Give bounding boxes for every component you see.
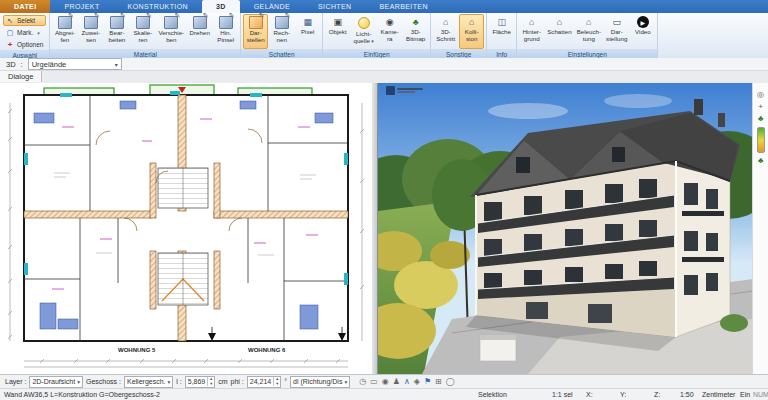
ribbon-group-schatten: Dar- stellen Rech- nen ▦ Pixel Schatten xyxy=(241,13,323,58)
length-stepper[interactable]: ▲▼ xyxy=(207,377,214,386)
3d-schnitt-button[interactable]: ⌂ 3D- Schnitt xyxy=(433,14,458,49)
beleuchtung-button[interactable]: ⌂ Beleuch- tung xyxy=(575,14,603,49)
cloud xyxy=(488,103,568,119)
tab-bearbeiten[interactable]: BEARBEITEN xyxy=(366,0,442,13)
material-edit-icon xyxy=(110,16,124,29)
cloud xyxy=(604,94,672,108)
mode-indicator: Selektion xyxy=(478,391,507,398)
tab-projekt[interactable]: PROJEKT xyxy=(50,0,113,13)
num-lock-indicator: NUM xyxy=(753,391,768,398)
watermark-logo xyxy=(386,86,423,95)
grid-icon[interactable]: ⊞ xyxy=(435,378,442,386)
camera-view-icon[interactable]: ◉ xyxy=(382,378,389,386)
status-bar: Wand AW36,5 L=Konstruktion G=Obergeschos… xyxy=(0,388,768,400)
objekt-button[interactable]: ▣ Objekt xyxy=(325,14,350,49)
screen-icon[interactable]: ▭ xyxy=(370,378,378,386)
drawing-scale: 1:50 xyxy=(680,391,694,398)
tab-datei[interactable]: DATEI xyxy=(0,0,50,13)
cad-application-window: DATEI PROJEKT KONSTRUKTION 3D GELÄNDE SI… xyxy=(0,0,768,400)
phi-stepper[interactable]: ▲▼ xyxy=(273,377,280,386)
tree-tool-icon[interactable]: ♣ xyxy=(755,115,767,123)
selekt-button[interactable]: ↖ Selekt xyxy=(3,15,46,26)
plant-icon[interactable]: ♣ xyxy=(755,157,767,165)
section-house-icon: ⌂ xyxy=(439,16,452,28)
hintergrund-button[interactable]: ⌂ Hinter- grund xyxy=(519,14,544,49)
clock-icon[interactable]: ◷ xyxy=(359,378,366,386)
view-mode-label: 3D xyxy=(6,60,16,69)
tab-gelaende[interactable]: GELÄNDE xyxy=(240,0,304,13)
view-selector-row: 3D : Urgelände xyxy=(0,58,768,71)
floor-plan-drawing: WOHNUNG 5 WOHNUNG 6 xyxy=(0,83,372,374)
rechnen-button[interactable]: Rech- nen xyxy=(269,14,294,49)
tab-konstruktion[interactable]: KONSTRUKTION xyxy=(114,0,202,13)
kollision-button[interactable]: ⌂ Kolli- sion xyxy=(459,14,484,49)
drehen-button[interactable]: Drehen xyxy=(187,14,212,49)
darstellen-button[interactable]: Dar- stellen xyxy=(243,14,268,49)
utility-box xyxy=(480,335,516,361)
length-input[interactable]: 5,869 ▲▼ xyxy=(185,376,216,388)
apartment-label-left: WOHNUNG 5 xyxy=(118,347,156,353)
ribbon-group-info: ◫ Fläche Info xyxy=(487,13,517,58)
shadow-display-icon xyxy=(249,16,263,29)
shrub xyxy=(720,314,748,332)
kamera-button[interactable]: ◉ Kame- ra xyxy=(377,14,402,49)
3d-viewport[interactable] xyxy=(377,83,753,374)
orbit-compass-icon[interactable]: ◎ xyxy=(755,91,767,99)
material-assign-icon xyxy=(84,16,98,29)
phi-label: phi : xyxy=(231,378,244,385)
pixel-icon: ▦ xyxy=(301,16,314,28)
hin-pinsel-button[interactable]: Hin. Pinsel xyxy=(213,14,238,49)
compass-icon[interactable]: ◈ xyxy=(414,378,420,386)
layer-select[interactable]: 2D-Draufsicht xyxy=(29,376,83,388)
lichtquelle-button[interactable]: Licht- quelle xyxy=(351,14,376,49)
background-house-icon: ⌂ xyxy=(525,16,538,28)
walk-mode-icon[interactable]: ♟ xyxy=(393,378,400,386)
floor-select[interactable]: Kellergesch. xyxy=(124,376,173,388)
phi-unit: ° xyxy=(284,378,287,385)
optionen-button[interactable]: + Optionen xyxy=(3,39,46,50)
ribbon-group-auswahl: ↖ Selekt ▢ Mark. + Optionen Auswahl xyxy=(0,13,50,58)
bearbeiten-button[interactable]: Bear- beiten xyxy=(104,14,129,49)
darstellung-button[interactable]: ▭ Dar- stellung xyxy=(604,14,629,49)
flag-icon[interactable]: ⚑ xyxy=(424,378,431,386)
floor-label: Geschoss : xyxy=(86,378,121,385)
shadow-compute-icon xyxy=(275,16,289,29)
mark-button[interactable]: ▢ Mark. xyxy=(3,27,46,38)
verschieben-button[interactable]: Verschie- ben xyxy=(156,14,186,49)
coord-x-label: X: xyxy=(586,391,593,398)
selekt-label: Selekt xyxy=(17,17,35,24)
mark-label: Mark. xyxy=(17,29,33,36)
skalieren-button[interactable]: Skalie- ren xyxy=(130,14,155,49)
direction-select[interactable]: di (Richtung/Dis xyxy=(290,376,350,388)
right-tool-strip: ◎ + ♣ ♣ xyxy=(752,83,768,374)
zuweisen-button[interactable]: Zuwei- sen xyxy=(78,14,103,49)
scene-select[interactable]: Urgelände xyxy=(28,58,122,70)
tree-bitmap-icon: ♣ xyxy=(409,16,422,28)
collision-icon: ⌂ xyxy=(465,16,478,28)
birds-view-icon[interactable]: ∧ xyxy=(404,378,410,386)
display-monitor-icon: ▭ xyxy=(610,16,623,28)
height-scale-slider[interactable] xyxy=(757,127,765,153)
phi-value: 24,214 xyxy=(250,378,271,385)
tab-dialoge[interactable]: Dialoge xyxy=(0,71,42,82)
separator: : xyxy=(21,60,23,69)
unit-indicator: Zentimeter xyxy=(702,391,735,398)
material-rotate-icon xyxy=(193,16,207,29)
selection-info: Wand AW36,5 L=Konstruktion G=Obergeschos… xyxy=(4,391,160,398)
pixel-button[interactable]: ▦ Pixel xyxy=(295,14,320,49)
phi-input[interactable]: 24,214 ▲▼ xyxy=(247,376,281,388)
floor-plan-viewport[interactable]: WOHNUNG 5 WOHNUNG 6 xyxy=(0,83,372,374)
tab-sichten[interactable]: SICHTEN xyxy=(304,0,366,13)
scene-select-value: Urgelände xyxy=(32,60,67,69)
layer-label: Layer : xyxy=(5,378,26,385)
flaeche-button[interactable]: ◫ Fläche xyxy=(489,14,514,49)
video-button[interactable]: ▶ Video xyxy=(630,14,655,49)
globe-icon[interactable]: ◯ xyxy=(446,378,455,386)
video-play-icon: ▶ xyxy=(637,16,649,28)
abgreifen-button[interactable]: Abgrei- fen xyxy=(52,14,77,49)
light-bulb-icon xyxy=(358,17,370,29)
shadow-house-icon: ⌂ xyxy=(553,16,566,28)
3d-bitmap-button[interactable]: ♣ 3D- Bitmap xyxy=(403,14,428,49)
schatten-einstellung-button[interactable]: ⌂ Schatten xyxy=(545,14,573,49)
zoom-plus-icon[interactable]: + xyxy=(755,103,767,111)
